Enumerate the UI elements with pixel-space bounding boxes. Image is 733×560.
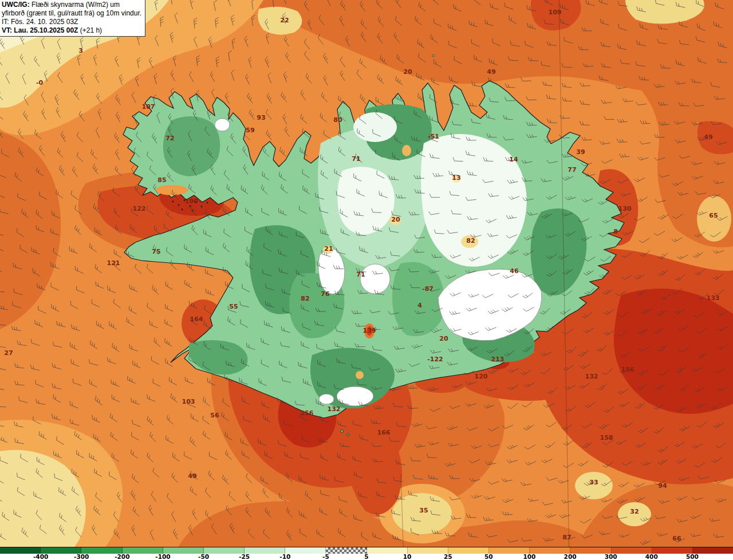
drangajokull-glacier bbox=[215, 119, 230, 131]
colorbar-segment bbox=[367, 547, 408, 554]
vestmannaeyjar-island bbox=[340, 429, 343, 432]
flux-value: 130 bbox=[618, 205, 632, 212]
flux-value: 213 bbox=[491, 356, 505, 363]
flux-value: 46 bbox=[510, 267, 519, 275]
flux-value: 72 bbox=[165, 135, 174, 142]
flux-value: 156 bbox=[621, 366, 635, 373]
flux-value: 166 bbox=[377, 429, 391, 436]
flux-value: 66 bbox=[672, 535, 681, 542]
flux-value: -0 bbox=[36, 79, 44, 86]
title-text: Flæði skynvarma (W/m2) um bbox=[31, 1, 120, 9]
flux-value: 32 bbox=[630, 508, 639, 515]
flux-value: -51 bbox=[428, 133, 439, 140]
flux-value: 132 bbox=[585, 373, 598, 380]
flux-value: 49 bbox=[487, 68, 495, 76]
flux-value: 33 bbox=[589, 479, 598, 486]
eyjafjallajokull-glacier bbox=[319, 394, 334, 404]
flux-value: 71 bbox=[352, 155, 360, 163]
colorbar-tick-label: 200 bbox=[564, 553, 577, 560]
valid-time-line: VT: Lau. 25.10.2025 00Z (+21 h) bbox=[2, 26, 141, 35]
flux-value: -122 bbox=[427, 356, 443, 363]
flux-value: 158 bbox=[600, 434, 613, 441]
flux-value: 94 bbox=[658, 482, 667, 490]
flux-value: 59 bbox=[246, 127, 254, 134]
flux-value: 21 bbox=[324, 245, 333, 253]
colorbar-segment bbox=[326, 547, 366, 554]
map-shape bbox=[207, 202, 208, 204]
colorbar-tick-label: 300 bbox=[605, 553, 617, 560]
colorbar: -400-300-200-100-50-25-10-55102550100200… bbox=[0, 547, 733, 560]
flux-value: 190 bbox=[185, 198, 198, 205]
model-label: UWC/IG: bbox=[2, 1, 30, 9]
flux-value: 71 bbox=[356, 271, 365, 278]
colorbar-segment bbox=[448, 547, 489, 554]
weather-map-page: 223-0109107935980204972-5149711439778513… bbox=[0, 0, 733, 560]
flux-value: 77 bbox=[568, 166, 576, 173]
colorbar-tick-label: -200 bbox=[115, 553, 129, 560]
colorbar-tick-label: -300 bbox=[74, 553, 89, 560]
flux-value: 82 bbox=[466, 237, 475, 244]
flux-value: 109 bbox=[549, 9, 562, 16]
map-shape bbox=[182, 209, 183, 211]
flux-value: 85 bbox=[157, 176, 166, 184]
colorbar-tick-label: 25 bbox=[444, 553, 452, 560]
colorbar-tick-label: 5 bbox=[364, 553, 368, 560]
flux-value: 39 bbox=[576, 148, 585, 156]
flux-value: 27 bbox=[4, 349, 13, 357]
flux-value: 13 bbox=[452, 174, 460, 182]
flux-value: 3 bbox=[78, 47, 83, 54]
colorbar-tick-labels: -400-300-200-100-50-25-10-55102550100200… bbox=[0, 554, 733, 560]
colorbar-tick-label: 50 bbox=[484, 553, 493, 560]
hofsjokull-glacier bbox=[360, 264, 390, 294]
colorbar-tick-label: -100 bbox=[155, 553, 170, 560]
flux-value: 120 bbox=[475, 373, 488, 380]
flux-value: 4 bbox=[417, 302, 422, 309]
flux-value: 93 bbox=[257, 114, 265, 121]
flux-value: 164 bbox=[190, 316, 203, 323]
flux-value: 35 bbox=[419, 507, 428, 514]
flux-value: 103 bbox=[182, 398, 195, 405]
flux-value: 20 bbox=[439, 335, 448, 342]
flux-value: 82 bbox=[301, 295, 309, 302]
init-time: IT: Fös. 24. 10. 2025 03Z bbox=[2, 18, 141, 26]
colorbar-tick-label: 400 bbox=[645, 553, 658, 560]
flux-region bbox=[356, 371, 364, 379]
flux-value: 20 bbox=[403, 68, 412, 76]
flux-value: 22 bbox=[280, 17, 289, 24]
colorbar-segment bbox=[285, 547, 326, 554]
colorbar-tick-label: 500 bbox=[686, 553, 699, 560]
colorbar-tick-label: -10 bbox=[279, 553, 290, 560]
flux-value: 49 bbox=[704, 133, 712, 141]
flux-value: 75 bbox=[152, 248, 160, 255]
flux-value: 56 bbox=[210, 412, 219, 419]
map-shape bbox=[190, 206, 191, 207]
flux-region bbox=[402, 145, 411, 156]
flux-value: 49 bbox=[188, 472, 196, 480]
title-box: UWC/IG: Flæði skynvarma (W/m2) um yfirbo… bbox=[0, 0, 145, 37]
colorbar-tick-label: -5 bbox=[322, 553, 329, 560]
title-line-1: UWC/IG: Flæði skynvarma (W/m2) um bbox=[2, 1, 141, 9]
map-shape bbox=[201, 206, 203, 208]
colorbar-tick-label: -400 bbox=[33, 553, 48, 560]
flux-value: 76 bbox=[321, 290, 330, 298]
flux-value: 121 bbox=[107, 259, 120, 267]
flux-value: 139 bbox=[363, 327, 376, 334]
valid-time: VT: Lau. 25.10.2025 00Z bbox=[2, 26, 78, 34]
flux-value: 133 bbox=[707, 294, 720, 302]
map-shape bbox=[178, 204, 180, 206]
flux-value: 20 bbox=[391, 216, 400, 223]
colorbar-tick-label: 10 bbox=[403, 553, 412, 560]
flux-value: 8 bbox=[613, 228, 618, 235]
colorbar-tick-label: 100 bbox=[523, 553, 535, 560]
grimsey-island bbox=[432, 54, 435, 57]
flux-value: 65 bbox=[709, 212, 718, 219]
flux-value: 107 bbox=[142, 103, 155, 111]
heat-flux-map: 223-0109107935980204972-5149711439778513… bbox=[0, 0, 733, 560]
flux-value: 14 bbox=[509, 156, 518, 163]
flux-value: 132 bbox=[328, 405, 341, 413]
colorbar-segment bbox=[693, 547, 733, 554]
flux-value: 55 bbox=[229, 303, 238, 310]
flux-value: 122 bbox=[133, 205, 146, 212]
vestmannaeyjar-island bbox=[347, 433, 349, 436]
flux-value: 256 bbox=[301, 409, 314, 417]
